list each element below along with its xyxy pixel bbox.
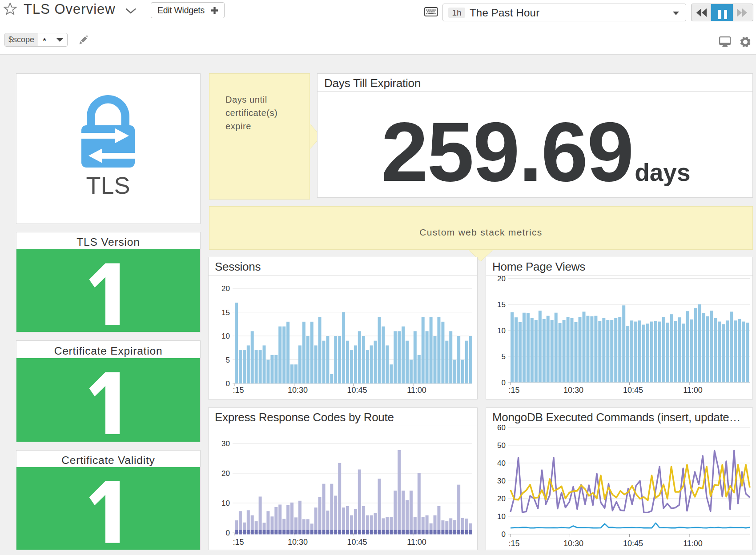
svg-text::15: :15 [233,386,244,395]
svg-text:TLS: TLS [86,172,130,199]
svg-text:5: 5 [226,356,230,364]
svg-text:10:45: 10:45 [347,386,367,395]
svg-text:20: 20 [497,276,506,283]
svg-text:11:00: 11:00 [407,386,426,395]
svg-text:30: 30 [221,439,230,448]
svg-text:20: 20 [221,469,230,478]
svg-text:5: 5 [502,352,506,361]
svg-text::15: :15 [233,538,244,547]
svg-text:40: 40 [497,459,506,467]
svg-text:0: 0 [502,530,506,539]
svg-text:10:45: 10:45 [623,539,643,548]
svg-text:0: 0 [502,379,506,387]
svg-text::15: :15 [508,386,519,395]
svg-text:10:30: 10:30 [563,539,583,548]
svg-text:15: 15 [497,300,506,309]
svg-text:15: 15 [221,308,230,317]
svg-text:50: 50 [497,441,506,450]
svg-text:10: 10 [497,327,506,335]
svg-text:0: 0 [226,529,230,537]
svg-text:0: 0 [226,379,230,388]
svg-text:11:00: 11:00 [407,538,426,547]
svg-text::15: :15 [508,539,519,548]
svg-text:10: 10 [497,512,506,521]
svg-text:60: 60 [497,423,506,432]
svg-text:10: 10 [221,332,230,340]
svg-text:11:00: 11:00 [683,539,703,548]
svg-text:10:45: 10:45 [623,386,643,395]
svg-text:10:45: 10:45 [347,538,367,547]
svg-text:20: 20 [221,284,230,293]
svg-text:10: 10 [221,499,230,507]
svg-text:10:30: 10:30 [563,386,583,395]
svg-text:30: 30 [497,477,506,485]
svg-text:20: 20 [497,495,506,503]
svg-text:10:30: 10:30 [288,538,308,547]
svg-text:11:00: 11:00 [683,386,703,395]
svg-text:10:30: 10:30 [288,386,308,395]
